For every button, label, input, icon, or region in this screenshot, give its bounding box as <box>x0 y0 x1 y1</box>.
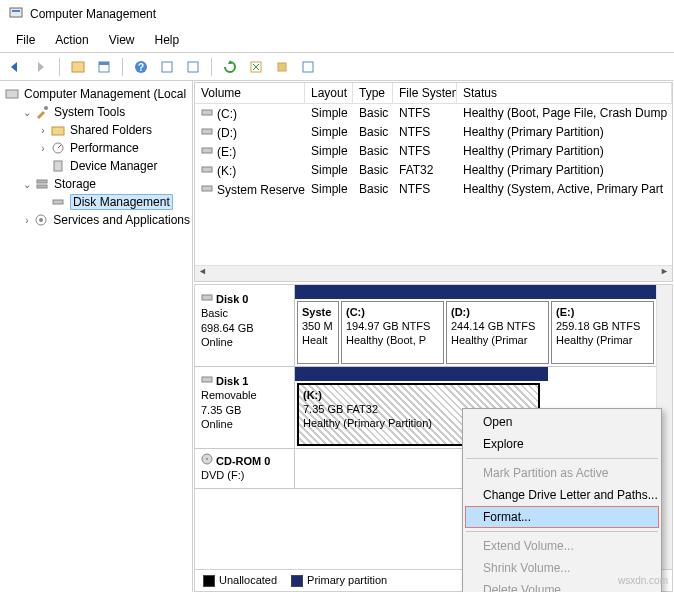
volume-list-header: Volume Layout Type File System Status <box>195 83 672 104</box>
disk-header[interactable]: Disk 0 Basic 698.64 GB Online <box>195 285 295 366</box>
title-bar: Computer Management <box>0 0 674 28</box>
volume-row[interactable]: (D:) Simple Basic NTFS Healthy (Primary … <box>195 123 672 142</box>
tree-shared-folders[interactable]: › Shared Folders <box>2 121 190 139</box>
svg-rect-28 <box>202 377 212 382</box>
menu-view[interactable]: View <box>99 30 145 50</box>
ctx-explore[interactable]: Explore <box>465 433 659 455</box>
forward-button[interactable] <box>30 56 52 78</box>
tree-label: Device Manager <box>70 159 157 173</box>
menu-help[interactable]: Help <box>145 30 190 50</box>
disk-map-area: Syste 350 M Healt (C:) 194.97 GB NTFS He… <box>295 285 656 366</box>
menu-file[interactable]: File <box>6 30 45 50</box>
col-filesystem[interactable]: File System <box>393 83 457 103</box>
ctx-format[interactable]: Format... <box>465 506 659 528</box>
tree-system-tools[interactable]: ⌄ System Tools <box>2 103 190 121</box>
legend-unallocated: Unallocated <box>203 574 277 587</box>
ctx-separator <box>466 531 658 532</box>
col-status[interactable]: Status <box>457 83 672 103</box>
svg-rect-4 <box>99 62 109 65</box>
partition[interactable]: (E:) 259.18 GB NTFS Healthy (Primar <box>551 301 654 364</box>
partition[interactable]: (C:) 194.97 GB NTFS Healthy (Boot, P <box>341 301 444 364</box>
volume-row[interactable]: (E:) Simple Basic NTFS Healthy (Primary … <box>195 142 672 161</box>
expand-icon[interactable]: ⌄ <box>20 107 34 118</box>
ctx-extend[interactable]: Extend Volume... <box>465 535 659 557</box>
volume-row[interactable]: (C:) Simple Basic NTFS Healthy (Boot, Pa… <box>195 104 672 123</box>
svg-point-13 <box>44 106 48 110</box>
app-icon <box>8 5 24 24</box>
svg-text:?: ? <box>138 62 144 73</box>
col-volume[interactable]: Volume <box>195 83 305 103</box>
tree-storage[interactable]: ⌄ Storage <box>2 175 190 193</box>
drive-icon <box>201 163 213 178</box>
menu-bar: File Action View Help <box>0 28 674 53</box>
folder-icon <box>50 123 66 137</box>
tree-root[interactable]: Computer Management (Local <box>2 85 190 103</box>
disk-header[interactable]: Disk 1 Removable 7.35 GB Online <box>195 367 295 448</box>
svg-rect-8 <box>188 62 198 72</box>
col-layout[interactable]: Layout <box>305 83 353 103</box>
drive-icon <box>201 106 213 121</box>
disk-row: Disk 0 Basic 698.64 GB Online Syste 350 … <box>195 285 656 367</box>
toolbar-button[interactable] <box>182 56 204 78</box>
disk-header[interactable]: CD-ROM 0 DVD (F:) <box>195 449 295 488</box>
tree-label: Services and Applications <box>53 213 190 227</box>
partition[interactable]: Syste 350 M Healt <box>297 301 339 364</box>
svg-rect-2 <box>72 62 84 72</box>
legend-primary: Primary partition <box>291 574 387 587</box>
svg-rect-7 <box>162 62 172 72</box>
services-icon <box>34 213 50 227</box>
refresh-button[interactable] <box>219 56 241 78</box>
svg-rect-24 <box>202 148 212 153</box>
tree-services-apps[interactable]: › Services and Applications <box>2 211 190 229</box>
tree-label: Disk Management <box>70 194 173 210</box>
properties-button[interactable] <box>93 56 115 78</box>
toolbar-button[interactable] <box>245 56 267 78</box>
svg-rect-10 <box>278 63 286 71</box>
help-button[interactable]: ? <box>130 56 152 78</box>
svg-rect-0 <box>10 8 22 17</box>
toolbar-button[interactable] <box>271 56 293 78</box>
expand-icon[interactable]: › <box>36 125 50 136</box>
tree-device-manager[interactable]: Device Manager <box>2 157 190 175</box>
drive-icon <box>201 125 213 140</box>
menu-action[interactable]: Action <box>45 30 98 50</box>
disk-icon <box>50 195 66 209</box>
svg-rect-23 <box>202 129 212 134</box>
volume-list-body: (C:) Simple Basic NTFS Healthy (Boot, Pa… <box>195 104 672 265</box>
disk-icon <box>201 293 213 305</box>
tree-disk-management[interactable]: Disk Management <box>2 193 190 211</box>
expand-icon[interactable]: › <box>20 215 34 226</box>
ctx-open[interactable]: Open <box>465 411 659 433</box>
toolbar-button[interactable] <box>156 56 178 78</box>
volume-row[interactable]: System Reserved Simple Basic NTFS Health… <box>195 180 672 199</box>
back-button[interactable] <box>4 56 26 78</box>
disk-stripe <box>295 367 548 381</box>
svg-rect-19 <box>53 200 63 204</box>
expand-icon[interactable]: › <box>36 143 50 154</box>
tree-label: Storage <box>54 177 96 191</box>
col-type[interactable]: Type <box>353 83 393 103</box>
toolbar-button[interactable] <box>297 56 319 78</box>
svg-rect-17 <box>37 180 47 183</box>
tree-label: System Tools <box>54 105 125 119</box>
volume-list: Volume Layout Type File System Status (C… <box>194 82 673 282</box>
show-hide-tree-button[interactable] <box>67 56 89 78</box>
context-menu: Open Explore Mark Partition as Active Ch… <box>462 408 662 592</box>
ctx-mark-active[interactable]: Mark Partition as Active <box>465 462 659 484</box>
tree-performance[interactable]: › Performance <box>2 139 190 157</box>
tree-label: Shared Folders <box>70 123 152 137</box>
toolbar: ? <box>0 53 674 81</box>
expand-icon[interactable]: ⌄ <box>20 179 34 190</box>
navigation-tree[interactable]: Computer Management (Local ⌄ System Tool… <box>0 81 193 592</box>
tools-icon <box>34 105 50 119</box>
svg-rect-22 <box>202 110 212 115</box>
device-icon <box>50 159 66 173</box>
svg-rect-26 <box>202 186 212 191</box>
horizontal-scrollbar[interactable] <box>195 265 672 281</box>
svg-rect-18 <box>37 185 47 188</box>
ctx-change-letter[interactable]: Change Drive Letter and Paths... <box>465 484 659 506</box>
watermark: wsxdn.com <box>618 575 668 586</box>
volume-row[interactable]: (K:) Simple Basic FAT32 Healthy (Primary… <box>195 161 672 180</box>
cdrom-icon <box>201 455 213 467</box>
partition[interactable]: (D:) 244.14 GB NTFS Healthy (Primar <box>446 301 549 364</box>
